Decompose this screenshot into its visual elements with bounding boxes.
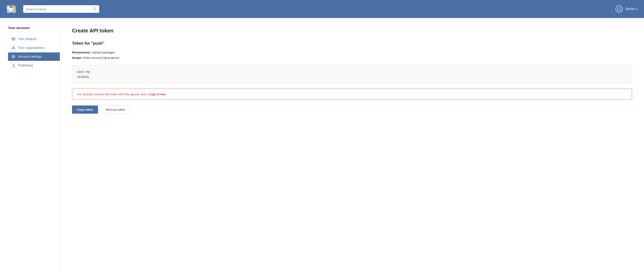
token-line-2: 1kZGU5L [77, 75, 627, 80]
svg-rect-11 [14, 39, 15, 40]
sidebar-nav: Your projects Your organizations [8, 35, 60, 70]
header-right: Dechin ▾ [616, 6, 638, 12]
token-section-title: Token for "push" [72, 41, 632, 46]
main-header: Dechin ▾ [0, 0, 644, 18]
sidebar-item-your-projects[interactable]: Your projects [8, 35, 56, 43]
sidebar-heading: Your account [8, 26, 60, 30]
user-menu[interactable]: Dechin ▾ [625, 7, 638, 11]
header-left [6, 3, 99, 15]
user-name: Dechin [625, 7, 635, 11]
search-bar [23, 5, 99, 13]
search-input[interactable] [26, 8, 91, 11]
security-notice: For security reasons this token will onl… [72, 89, 632, 100]
settings-icon [11, 55, 16, 58]
svg-point-19 [13, 56, 14, 57]
scope-value: Entire account (all projects) [83, 56, 119, 60]
permissions-row: Permissions: Upload packages [72, 50, 632, 55]
sidebar-item-label-projects: Your projects [18, 37, 36, 41]
svg-rect-9 [14, 38, 15, 39]
security-notice-text: For security reasons this token will onl… [77, 92, 148, 96]
organizations-icon [11, 46, 16, 50]
token-line-1: pypi-Ag [77, 70, 627, 75]
button-row: Copy token Remove token [72, 105, 632, 114]
copy-now-text: Copy it now. [148, 92, 166, 96]
svg-rect-8 [12, 38, 13, 39]
sidebar: Your account Your projects [0, 18, 60, 272]
svg-line-7 [95, 9, 96, 10]
svg-point-6 [94, 8, 96, 10]
search-icon [93, 7, 96, 11]
scope-row: Scope: Entire account (all projects) [72, 55, 632, 60]
logo[interactable] [6, 3, 18, 15]
page-title: Create API token [72, 28, 632, 34]
token-meta: Permissions: Upload packages Scope: Enti… [72, 50, 632, 60]
sidebar-item-account-settings[interactable]: Account settings [8, 52, 60, 61]
sidebar-item-your-organizations[interactable]: Your organizations [8, 44, 56, 52]
chevron-down-icon: ▾ [636, 8, 638, 10]
copy-token-button[interactable]: Copy token [72, 106, 98, 114]
svg-rect-10 [12, 39, 13, 40]
sidebar-item-publishing[interactable]: Publishing [8, 61, 56, 70]
sidebar-item-label-organizations: Your organizations [18, 46, 44, 50]
remove-token-button[interactable]: Remove token [101, 105, 130, 114]
svg-rect-5 [12, 9, 16, 13]
main-layout: Your account Your projects [0, 18, 644, 272]
sidebar-item-label-settings: Account settings [18, 55, 42, 58]
power-icon[interactable] [616, 6, 623, 12]
publishing-icon [11, 64, 16, 67]
main-content: Create API token Token for "push" Permis… [60, 18, 644, 272]
scope-label: Scope: [72, 56, 82, 60]
projects-icon [11, 37, 16, 41]
permissions-label: Permissions: [72, 51, 91, 54]
permissions-value: Upload packages [92, 51, 115, 54]
sidebar-item-label-publishing: Publishing [18, 64, 33, 67]
token-value-box: pypi-Ag 1kZGU5L [72, 65, 632, 84]
